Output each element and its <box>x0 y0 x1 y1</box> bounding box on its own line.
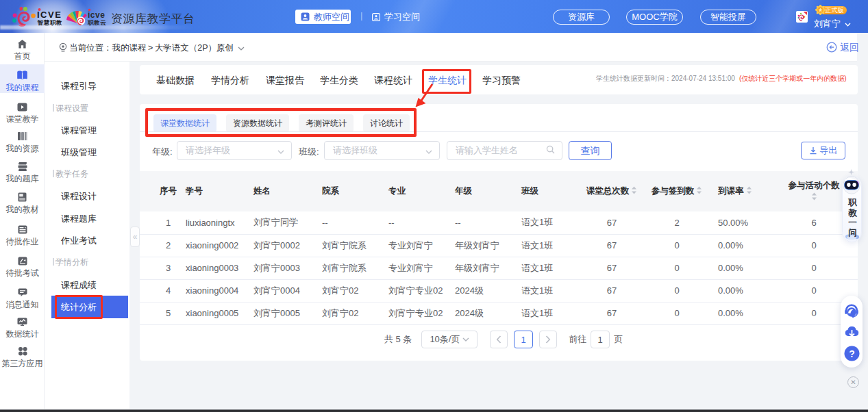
svg-text:icve: icve <box>88 10 105 20</box>
svg-text:?: ? <box>849 348 855 359</box>
svg-text:职教云: 职教云 <box>87 19 106 26</box>
svg-text:智慧职教: 智慧职教 <box>37 19 63 26</box>
